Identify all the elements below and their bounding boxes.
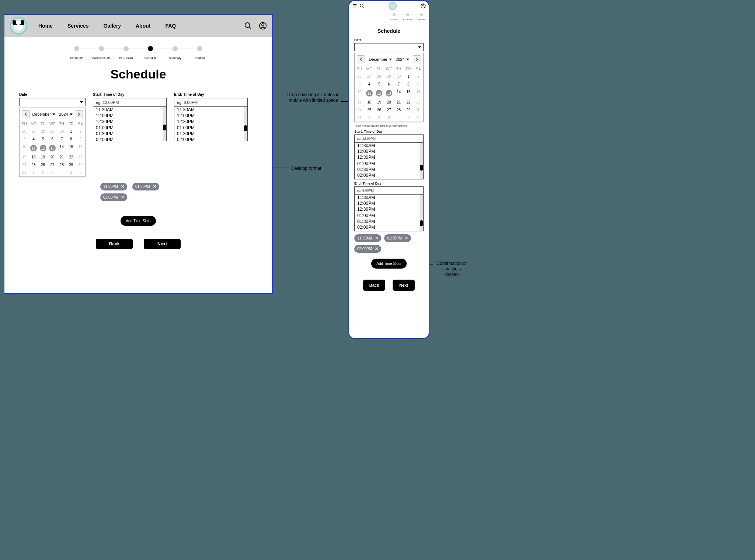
start-time-select[interactable]: eg. 12:00PM 11:30AM12:00PM12:30PM01:00PM… — [93, 98, 167, 141]
calendar-day[interactable]: 31 — [20, 169, 29, 176]
calendar-day[interactable]: 29 — [48, 127, 57, 135]
calendar-day[interactable]: 15 — [66, 143, 76, 153]
calendar-day[interactable]: 9 — [76, 135, 85, 143]
time-option[interactable]: 02:00PM — [177, 137, 245, 141]
time-option[interactable]: 12:30PM — [96, 119, 164, 125]
scroll-thumb[interactable] — [244, 125, 247, 131]
calendar-day[interactable]: 12 — [38, 143, 48, 153]
chip-remove-icon[interactable]: ✕ — [153, 184, 156, 189]
calendar-day[interactable]: 27 — [365, 73, 375, 80]
calendar-day[interactable]: 15 — [404, 88, 414, 98]
calendar-day[interactable]: 23 — [76, 153, 85, 161]
start-time-select[interactable]: eg. 12:00PM 11:30AM12:00PM12:30PM01:00PM… — [354, 134, 424, 179]
step-client-info[interactable]: Client Info — [387, 13, 401, 21]
nav-faq[interactable]: FAQ — [165, 23, 176, 29]
calendar-day[interactable]: 4 — [394, 114, 404, 122]
step-client-info[interactable]: Client Info — [65, 46, 89, 60]
calendar-day[interactable]: 1 — [29, 169, 38, 176]
calendar-day[interactable]: 3 — [384, 114, 394, 122]
calendar-day[interactable]: 27 — [48, 161, 57, 169]
time-option[interactable]: 12:30PM — [177, 119, 245, 125]
add-time-slots-button[interactable]: Add Time Slots — [121, 216, 156, 226]
calendar-year-select[interactable]: 2024 — [396, 57, 409, 62]
calendar-day[interactable]: 10 — [355, 88, 365, 98]
calendar-day[interactable]: 9 — [413, 80, 423, 88]
calendar-day[interactable]: 3 — [20, 135, 29, 143]
calendar-day[interactable]: 24 — [355, 106, 365, 114]
nav-about[interactable]: About — [136, 23, 150, 29]
time-option[interactable]: 01:30PM — [177, 131, 245, 137]
calendar-day[interactable]: 5 — [66, 169, 76, 176]
calendar-day[interactable]: 1 — [66, 127, 76, 135]
calendar-day[interactable]: 11 — [365, 88, 375, 98]
back-button[interactable]: Back — [96, 239, 133, 249]
account-icon[interactable] — [259, 22, 267, 30]
calendar-day[interactable]: 25 — [365, 106, 375, 114]
calendar-day[interactable]: 19 — [38, 153, 48, 161]
time-option[interactable]: 12:30PM — [357, 206, 421, 212]
calendar-day[interactable]: 14 — [394, 88, 404, 98]
calendar-day[interactable]: 6 — [413, 114, 423, 122]
calendar-day[interactable]: 3 — [355, 80, 365, 88]
menu-icon[interactable] — [352, 3, 357, 8]
calendar-year-select[interactable]: 2024 — [59, 112, 72, 116]
calendar-day[interactable]: 6 — [76, 169, 85, 176]
calendar-day[interactable]: 27 — [384, 106, 394, 114]
next-button[interactable]: Next — [144, 239, 181, 249]
calendar-prev-button[interactable] — [357, 55, 365, 63]
calendar-day[interactable]: 2 — [76, 127, 85, 135]
calendar-day[interactable]: 8 — [66, 135, 76, 143]
calendar-day[interactable]: 18 — [29, 153, 38, 161]
calendar-day[interactable]: 21 — [57, 153, 66, 161]
time-option[interactable]: 11:30AM — [357, 195, 421, 200]
calendar-day[interactable]: 10 — [20, 143, 29, 153]
next-button[interactable]: Next — [393, 280, 415, 291]
calendar-day[interactable]: 26 — [374, 106, 384, 114]
nav-gallery[interactable]: Gallery — [104, 23, 121, 29]
calendar-day[interactable]: 28 — [374, 73, 384, 80]
time-option[interactable]: 01:00PM — [357, 161, 421, 167]
calendar-day[interactable]: 22 — [66, 153, 76, 161]
time-option[interactable]: 01:30PM — [357, 218, 421, 224]
time-option[interactable]: 11:30AM — [357, 143, 421, 148]
search-icon[interactable] — [244, 22, 252, 30]
calendar-next-button[interactable] — [413, 55, 421, 63]
calendar-day[interactable]: 30 — [76, 161, 85, 169]
brand-logo[interactable] — [10, 17, 27, 35]
calendar-day[interactable]: 28 — [394, 106, 404, 114]
calendar-day[interactable]: 7 — [57, 135, 66, 143]
chip-remove-icon[interactable]: ✕ — [121, 184, 124, 189]
time-option[interactable]: 02:00PM — [357, 224, 421, 230]
calendar-day[interactable]: 4 — [57, 169, 66, 176]
calendar-day[interactable]: 24 — [20, 161, 29, 169]
scroll-thumb[interactable] — [163, 125, 166, 130]
calendar-prev-button[interactable] — [22, 110, 30, 118]
calendar-day[interactable]: 8 — [404, 80, 414, 88]
search-icon[interactable] — [359, 3, 365, 8]
calendar-day[interactable]: 17 — [20, 153, 29, 161]
calendar-day[interactable]: 17 — [355, 98, 365, 106]
step-schedule[interactable]: Schedule — [138, 46, 163, 60]
calendar-day[interactable]: 29 — [66, 161, 76, 169]
time-option[interactable]: 02:00PM — [96, 137, 164, 141]
calendar-day[interactable]: 30 — [57, 127, 66, 135]
calendar-day[interactable]: 22 — [404, 98, 414, 106]
time-option[interactable]: 12:00PM — [177, 113, 245, 119]
calendar-day[interactable]: 29 — [404, 106, 414, 114]
time-option[interactable]: 01:00PM — [177, 125, 245, 131]
chip-remove-icon[interactable]: ✕ — [121, 195, 124, 200]
time-option[interactable]: 12:00PM — [357, 148, 421, 154]
time-option[interactable]: 01:00PM — [357, 213, 421, 218]
step-basic-pet-info[interactable]: Basic Pet Info — [89, 46, 114, 60]
scrollbar[interactable] — [420, 143, 423, 179]
calendar-day[interactable]: 2 — [38, 169, 48, 176]
calendar-day[interactable]: 30 — [413, 106, 423, 114]
nav-services[interactable]: Services — [67, 23, 89, 29]
calendar-day[interactable]: 27 — [29, 127, 38, 135]
calendar-day[interactable]: 6 — [384, 80, 394, 88]
calendar-day[interactable]: 1 — [404, 73, 414, 80]
date-dropdown[interactable] — [19, 98, 86, 106]
calendar-day[interactable]: 29 — [384, 73, 394, 80]
chip-remove-icon[interactable]: ✕ — [375, 246, 378, 251]
calendar-day[interactable]: 5 — [374, 80, 384, 88]
